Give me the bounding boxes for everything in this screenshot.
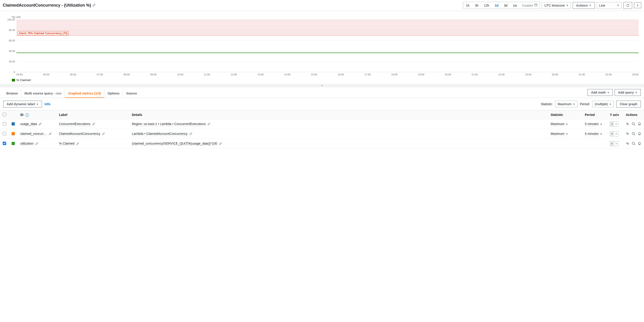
search-icon[interactable] (632, 142, 635, 146)
duplicate-icon[interactable] (626, 132, 630, 136)
duplicate-icon[interactable] (626, 142, 630, 146)
more-button[interactable]: ▼ (634, 2, 641, 8)
add-query-button[interactable]: Add query ▼ (614, 89, 641, 96)
add-query-label: Add query (618, 91, 634, 94)
row-checkbox[interactable] (3, 122, 6, 126)
svg-point-1 (632, 122, 634, 125)
table-row: utilization% Claimed(claimed_concurrency… (0, 139, 644, 149)
legend-label: % Claimed (16, 78, 31, 82)
edit-icon[interactable] (35, 142, 38, 146)
row-label: ClaimedAccountConcurrency (59, 132, 100, 136)
tab-graphed-metrics[interactable]: Graphed metrics (1/3) (65, 89, 104, 98)
row-details: (claimed_concurrency/SERVICE_QUOTA(usage… (132, 142, 217, 146)
period-select[interactable]: (multiple) ▼ (592, 101, 614, 108)
edit-icon[interactable] (102, 132, 105, 136)
chart-container: No unit 020.0040.0060.0080.00100.00Alarm… (0, 11, 644, 84)
alarm-bell-icon[interactable] (638, 132, 641, 136)
time-range-1h[interactable]: 1h (463, 2, 472, 9)
time-range-3d[interactable]: 3d (501, 2, 510, 9)
actions-menu[interactable]: Actions ▼ (573, 2, 595, 9)
row-color-swatch[interactable] (12, 132, 15, 135)
edit-icon[interactable] (49, 132, 52, 136)
refresh-button[interactable] (624, 2, 632, 9)
edit-icon[interactable] (92, 122, 95, 126)
row-statistic-select[interactable]: Maximum▼ (551, 132, 568, 136)
search-icon[interactable] (632, 132, 635, 136)
row-period-select[interactable]: 5 minutes▼ (585, 122, 602, 126)
caret-down-icon: ▼ (609, 103, 612, 106)
yaxis-toggle: <> (610, 141, 618, 146)
search-icon[interactable] (632, 122, 635, 126)
row-id: usage_data (20, 122, 37, 126)
row-color-swatch[interactable] (12, 122, 15, 126)
chart-x-tick: 02:00 (606, 73, 612, 77)
yaxis-right-button[interactable]: > (614, 122, 618, 126)
col-header-period: Period (582, 110, 607, 119)
period-value: (multiple) (595, 102, 608, 106)
row-period-select[interactable]: 5 minutes▼ (585, 132, 602, 136)
chart-x-tick: 00:00 (552, 73, 558, 77)
row-id: claimed_concurr… (20, 132, 47, 136)
yaxis-right-button[interactable]: > (614, 132, 618, 136)
edit-icon[interactable] (39, 122, 42, 126)
chart-legend: % Claimed (12, 78, 641, 82)
tab-browse[interactable]: Browse (3, 89, 22, 98)
edit-icon[interactable] (76, 142, 79, 146)
alarm-bell-icon[interactable] (638, 122, 641, 126)
caret-down-icon: ▼ (566, 133, 568, 135)
chart-x-tick: 06:00 (70, 73, 76, 77)
row-label: ConcurrentExecutions (59, 122, 90, 126)
tab-source[interactable]: Source (123, 89, 140, 98)
chart-x-tick: 09:00 (150, 73, 157, 77)
row-statistic-select[interactable]: Maximum▼ (551, 122, 568, 126)
chart-alarm-label: Alarm 70% Claimed Concurrency (70) (18, 31, 68, 35)
period-label: Period: (580, 102, 590, 106)
add-dynamic-label-button[interactable]: Add dynamic label ▼ (3, 101, 42, 108)
row-id: utilization (20, 142, 34, 146)
statistic-select[interactable]: Maximum ▼ (555, 101, 578, 108)
select-all-checkbox[interactable] (3, 113, 6, 116)
yaxis-left-button[interactable]: < (610, 132, 614, 136)
clear-graph-button[interactable]: Clear graph (616, 101, 641, 108)
chart-alarm-band (16, 20, 638, 35)
metrics-table: ID i Label Details Statistic Period Y ax… (0, 110, 644, 149)
col-header-statistic: Statistic (548, 110, 582, 119)
chart-x-tick: 01:00 (579, 73, 585, 77)
yaxis-toggle: <> (610, 132, 618, 136)
row-period-value: 5 minutes (585, 132, 599, 136)
row-color-swatch[interactable] (12, 142, 15, 145)
edit-icon[interactable] (219, 142, 222, 146)
tab-multi-source[interactable]: Multi source query - new (22, 89, 65, 98)
header-toolbar: ClaimedAccountConcurrency - (Utilization… (0, 0, 644, 11)
chart-x-tick: 23:00 (525, 73, 532, 77)
info-icon[interactable]: i (25, 113, 29, 117)
time-range-custom[interactable]: Custom (520, 2, 540, 9)
edit-icon[interactable] (208, 122, 210, 126)
duplicate-icon[interactable] (626, 122, 630, 126)
time-range-custom-label: Custom (522, 4, 533, 7)
time-range-12h[interactable]: 12h (481, 2, 492, 9)
info-link[interactable]: Info (45, 102, 50, 106)
add-math-button[interactable]: Add math ▼ (588, 89, 612, 96)
yaxis-left-button[interactable]: < (610, 122, 614, 126)
row-statistic-value: Maximum (551, 122, 564, 126)
panel-resize-handle[interactable]: = (0, 84, 644, 87)
legend-swatch (12, 79, 15, 82)
time-range-3h[interactable]: 3h (472, 2, 481, 9)
time-range-1w[interactable]: 1w (510, 2, 520, 9)
chart-x-tick: 19:00 (418, 73, 424, 77)
timezone-select[interactable]: UTC timezone ▼ (542, 2, 571, 9)
row-checkbox[interactable] (3, 142, 6, 145)
edit-icon[interactable] (190, 132, 192, 136)
yaxis-left-button[interactable]: < (610, 142, 614, 146)
time-range-1d[interactable]: 1d (492, 2, 501, 9)
calendar-icon (534, 4, 538, 7)
chart-x-tick: 03:00 (632, 73, 638, 77)
edit-title-icon[interactable] (92, 4, 96, 7)
alarm-bell-icon[interactable] (638, 142, 641, 146)
svg-rect-0 (535, 4, 537, 6)
chart-type-select[interactable]: Line ▼ (597, 2, 622, 9)
tab-options[interactable]: Options (104, 89, 123, 98)
yaxis-right-button[interactable]: > (614, 142, 618, 146)
row-checkbox[interactable] (3, 132, 6, 135)
